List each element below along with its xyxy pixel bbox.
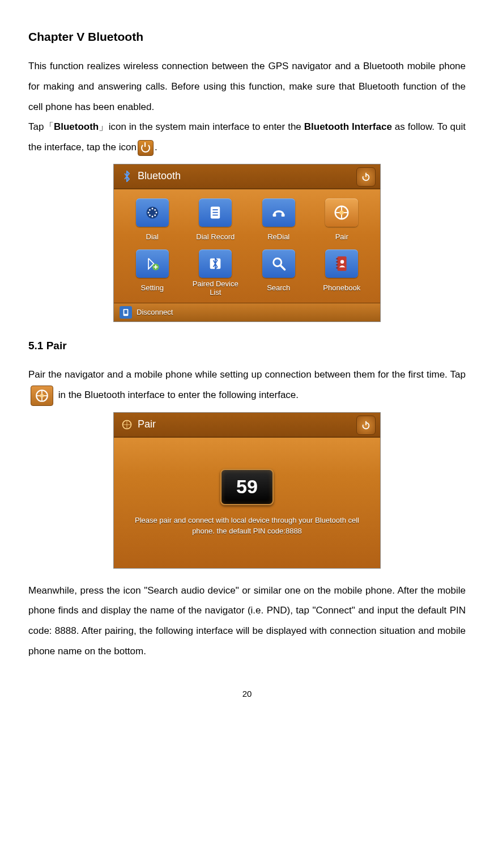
- grid-item-redial[interactable]: ReDial: [248, 198, 309, 246]
- bluetooth-interface-bold: Bluetooth Interface: [304, 121, 392, 132]
- svg-rect-16: [281, 214, 284, 217]
- label: Search: [267, 280, 290, 297]
- svg-point-10: [154, 214, 156, 216]
- svg-point-6: [155, 211, 157, 213]
- grid-item-phonebook[interactable]: Phonebook: [312, 249, 373, 297]
- svg-point-36: [40, 393, 44, 397]
- tap-instruction: Tap「Bluetooth」icon in the system main in…: [28, 117, 466, 157]
- grid-item-dial[interactable]: Dial: [122, 198, 183, 246]
- power-button[interactable]: [356, 416, 376, 435]
- bluetooth-grid: Dial Dial Record ReDial Pair Setting: [114, 189, 380, 303]
- pair-screenshot: Pair 59 Please pair and connect with loc…: [114, 413, 380, 568]
- power-button[interactable]: [356, 167, 376, 187]
- svg-rect-14: [213, 214, 218, 215]
- svg-rect-13: [213, 212, 218, 213]
- grid-item-setting[interactable]: Setting: [122, 249, 183, 297]
- svg-point-20: [340, 210, 344, 215]
- label: ReDial: [267, 229, 289, 246]
- dial-icon: [136, 198, 169, 227]
- bluetooth-bold: Bluetooth: [54, 121, 99, 132]
- svg-point-30: [340, 260, 344, 263]
- svg-rect-27: [337, 261, 338, 262]
- pair-icon: [31, 386, 53, 406]
- svg-rect-32: [124, 310, 127, 314]
- text: Tap「: [28, 121, 54, 132]
- redial-icon: [262, 198, 295, 227]
- dial-record-icon: [199, 198, 232, 227]
- bluetooth-screenshot: Bluetooth Dial Dial Record ReDial: [114, 164, 380, 321]
- text: Pair the navigator and a mobile phone wh…: [28, 369, 466, 380]
- svg-point-3: [151, 208, 153, 209]
- countdown-display: 59: [220, 469, 274, 505]
- pair-body: 59 Please pair and connect with local de…: [114, 438, 380, 568]
- svg-rect-29: [337, 267, 338, 268]
- svg-point-8: [154, 209, 156, 211]
- pair-paragraph-2: Meanwhile, press the icon "Search audio …: [28, 581, 466, 662]
- text: 」icon in the system main interface to en…: [99, 121, 304, 132]
- section-pair-title: 5.1 Pair: [28, 338, 466, 354]
- page-number: 20: [28, 689, 466, 698]
- bluetooth-footer: Disconnect: [114, 303, 380, 321]
- svg-point-4: [151, 215, 153, 217]
- grid-item-dial-record[interactable]: Dial Record: [185, 198, 246, 246]
- svg-point-5: [147, 211, 149, 213]
- disconnect-label: Disconnect: [137, 304, 173, 320]
- bluetooth-icon: [121, 170, 133, 183]
- chapter-title: Chapter V Bluetooth: [28, 28, 466, 45]
- label: Paired Device List: [193, 280, 239, 297]
- setting-icon: [136, 249, 169, 278]
- intro-paragraph: This function realizes wireless connecti…: [28, 56, 466, 117]
- text: .: [155, 142, 157, 153]
- pair-header-icon: [121, 418, 133, 431]
- search-icon: [262, 249, 295, 278]
- svg-point-9: [149, 214, 151, 216]
- disconnect-icon: [120, 306, 132, 319]
- svg-point-7: [149, 209, 151, 211]
- label: Setting: [141, 280, 164, 297]
- label: Phonebook: [323, 280, 360, 297]
- svg-rect-26: [337, 258, 338, 259]
- paired-list-icon: [199, 249, 232, 278]
- pair-title: Pair: [138, 414, 156, 435]
- pair-icon: [325, 198, 358, 227]
- svg-rect-12: [213, 209, 218, 210]
- power-icon: [138, 140, 154, 156]
- label: Dial: [146, 229, 159, 246]
- bluetooth-title: Bluetooth: [138, 166, 181, 187]
- svg-rect-28: [337, 264, 338, 265]
- grid-item-pair[interactable]: Pair: [312, 198, 373, 246]
- label: Dial Record: [196, 229, 235, 246]
- pair-paragraph-1: Pair the navigator and a mobile phone wh…: [28, 365, 466, 405]
- label: Pair: [335, 229, 348, 246]
- svg-rect-25: [338, 256, 347, 271]
- phonebook-icon: [325, 249, 358, 278]
- pair-message: Please pair and connect with local devic…: [129, 515, 365, 537]
- grid-item-search[interactable]: Search: [248, 249, 309, 297]
- grid-item-paired-list[interactable]: Paired Device List: [185, 249, 246, 297]
- svg-rect-15: [272, 214, 276, 217]
- text: in the Bluetooth interface to enter the …: [56, 389, 299, 400]
- svg-line-24: [280, 265, 284, 269]
- bluetooth-header: Bluetooth: [114, 164, 380, 189]
- pair-header: Pair: [114, 413, 380, 438]
